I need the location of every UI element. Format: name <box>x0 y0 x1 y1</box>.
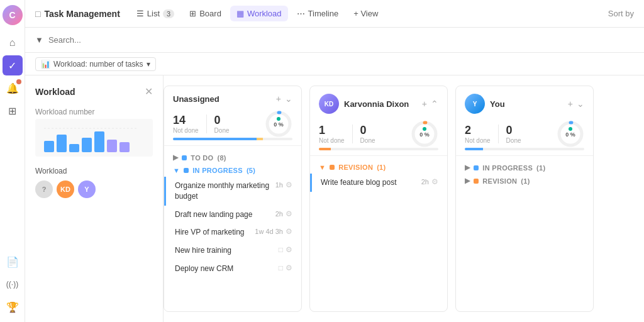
column-body-karvonnia: ▼ REVISION (1) Write feature blog post 2… <box>310 156 447 311</box>
nav-view-add[interactable]: + View <box>347 6 384 21</box>
nav-list[interactable]: ☰ List 3 <box>130 6 180 21</box>
section-dot-todo <box>182 155 187 160</box>
stat-not-done-y: 2 Not done <box>465 124 491 144</box>
task-settings-icon-1[interactable]: ⚙ <box>286 209 292 218</box>
sidebar: C ⌂ ✓ 🔔 ⊞ 📄 ((·)) 🏆 <box>0 0 25 322</box>
task-hire-vp[interactable]: Hire VP of marketing 1w 4d 3h ⚙ <box>164 223 301 242</box>
page-icon: □ <box>35 9 40 19</box>
filter-button[interactable]: ▼ <box>35 35 43 45</box>
task-checkbox-3[interactable]: □ <box>279 245 283 254</box>
search-input[interactable] <box>48 35 634 45</box>
task-settings-icon-4[interactable]: ⚙ <box>286 264 292 272</box>
sidebar-icon-trophy[interactable]: 🏆 <box>3 297 23 317</box>
sidebar-icon-home[interactable]: ⌂ <box>3 33 23 53</box>
sidebar-icon-bell[interactable]: 🔔 <box>3 78 23 98</box>
svg-text:0 %: 0 % <box>274 121 284 128</box>
stat-sep-y <box>498 125 499 143</box>
task-draft-landing[interactable]: Draft new landing page 2h ⚙ <box>164 206 301 224</box>
workload-sidebar-panel: Workload ✕ Workload number <box>25 75 164 322</box>
workload-panel-close-button[interactable]: ✕ <box>145 86 153 97</box>
task-meta-2: 1w 4d 3h ⚙ <box>255 227 292 236</box>
svg-point-18 <box>569 127 572 131</box>
task-settings-icon[interactable]: ⚙ <box>286 180 292 189</box>
section-chevron-in-progress: ▼ <box>173 167 180 174</box>
task-settings-icon-blog[interactable]: ⚙ <box>431 177 438 186</box>
bar-orange-k <box>319 148 331 150</box>
column-karvonnia: KD Karvonnia Dixon + ⌃ 1 Not done <box>309 86 448 312</box>
filter-icon: ▼ <box>35 35 43 45</box>
task-meta-1: 2h ⚙ <box>275 209 292 218</box>
donut-chart-karvonnia: 0 % <box>411 120 438 148</box>
section-in-progress-you[interactable]: ▶ IN PROGRESS (1) <box>456 161 593 174</box>
column-you-add[interactable]: + <box>568 99 573 109</box>
section-count-todo: (8) <box>217 154 226 162</box>
column-title-you: Y You <box>465 94 505 114</box>
svg-point-14 <box>423 127 426 131</box>
column-you-header: Y You + ⌄ 2 Not done <box>456 86 593 156</box>
nav-board[interactable]: ⊞ Board <box>183 6 228 21</box>
metric-dropdown-icon: ▾ <box>147 60 150 69</box>
task-checkbox-4[interactable]: □ <box>279 264 283 272</box>
section-in-progress[interactable]: ▼ IN PROGRESS (5) <box>164 164 301 177</box>
sidebar-icon-radio[interactable]: ((·)) <box>3 274 23 294</box>
workload-number-label: Workload number <box>35 108 153 116</box>
workload-metric-button[interactable]: 📊 Workload: number of tasks ▾ <box>35 57 156 71</box>
top-navigation: □ Task Management ☰ List 3 ⊞ Board ▦ Wor… <box>25 0 644 28</box>
task-settings-icon-2[interactable]: ⚙ <box>286 227 292 236</box>
task-new-hire[interactable]: New hire training □ ⚙ <box>164 242 301 260</box>
content-area: Workload ✕ Workload number <box>25 75 644 322</box>
section-count-rev-you: (1) <box>521 177 530 185</box>
column-unassigned-header: Unassigned + ⌄ 14 Not done <box>164 86 301 146</box>
column-body-you: ▶ IN PROGRESS (1) ▶ REVISION (1) <box>456 156 593 311</box>
progress-bar-you <box>465 148 584 150</box>
section-revision-k[interactable]: ▼ REVISION (1) <box>310 161 447 174</box>
kanban-board: Unassigned + ⌄ 14 Not done <box>164 75 644 322</box>
sidebar-icon-apps[interactable]: ⊞ <box>3 101 23 121</box>
list-icon: ☰ <box>136 9 144 18</box>
task-meta-3: □ ⚙ <box>279 245 292 254</box>
chart-icon: 📊 <box>41 60 50 69</box>
svg-point-10 <box>277 117 280 121</box>
svg-rect-0 <box>44 141 54 152</box>
avatar-karvonnia: KD <box>57 180 74 198</box>
workload-mini-chart <box>35 119 153 157</box>
column-collapse-button[interactable]: ⌄ <box>285 94 292 104</box>
column-karvonnia-add[interactable]: + <box>422 99 427 109</box>
sidebar-icon-tasks[interactable]: ✓ <box>3 55 23 75</box>
task-deploy-crm[interactable]: Deploy new CRM □ ⚙ <box>164 260 301 278</box>
section-count-in-progress: (5) <box>247 167 255 174</box>
column-karvonnia-header: KD Karvonnia Dixon + ⌃ 1 Not done <box>310 86 447 156</box>
section-chevron-todo: ▶ <box>173 153 178 162</box>
stat-done: 0 Done <box>214 114 230 134</box>
svg-rect-2 <box>69 144 79 152</box>
nav-timeline[interactable]: ⋯ Timeline <box>291 6 345 21</box>
column-unassigned: Unassigned + ⌄ 14 Not done <box>164 86 302 312</box>
column-karvonnia-collapse[interactable]: ⌃ <box>431 99 438 109</box>
bar-blue <box>173 138 257 140</box>
task-settings-icon-3[interactable]: ⚙ <box>286 245 292 254</box>
sidebar-icon-doc[interactable]: 📄 <box>3 252 23 272</box>
section-dot-revision <box>330 165 335 170</box>
column-you-collapse[interactable]: ⌄ <box>577 99 584 109</box>
app-logo[interactable]: C <box>3 5 23 25</box>
task-meta-blog: 2h ⚙ <box>421 177 438 186</box>
donut-chart-you: 0 % <box>557 120 584 148</box>
donut-chart-unassigned: 0 % <box>265 110 292 138</box>
column-add-button[interactable]: + <box>276 94 281 104</box>
avatar-unassigned: ? <box>35 180 53 198</box>
bar-blue-y <box>465 148 483 150</box>
sort-by-button[interactable]: Sort by <box>608 9 634 18</box>
column-body-unassigned: ▶ TO DO (8) ▼ IN PROGRESS (5) Organi <box>164 146 301 311</box>
avatar-karvonnia-col: KD <box>319 94 339 114</box>
search-toolbar: ▼ <box>25 28 644 53</box>
avatar-you-col: Y <box>465 94 485 114</box>
task-organize-marketing[interactable]: Organize monthly marketing budget 1h ⚙ <box>164 177 301 206</box>
workload-panel-title: Workload <box>35 87 75 97</box>
task-write-blog[interactable]: Write feature blog post 2h ⚙ <box>310 174 447 192</box>
main-content: □ Task Management ☰ List 3 ⊞ Board ▦ Wor… <box>25 0 644 322</box>
nav-workload[interactable]: ▦ Workload <box>230 6 288 21</box>
section-revision-you[interactable]: ▶ REVISION (1) <box>456 174 593 187</box>
section-count-revision: (1) <box>377 164 386 171</box>
section-todo[interactable]: ▶ TO DO (8) <box>164 151 301 164</box>
column-header-top: Unassigned + ⌄ <box>173 94 292 104</box>
